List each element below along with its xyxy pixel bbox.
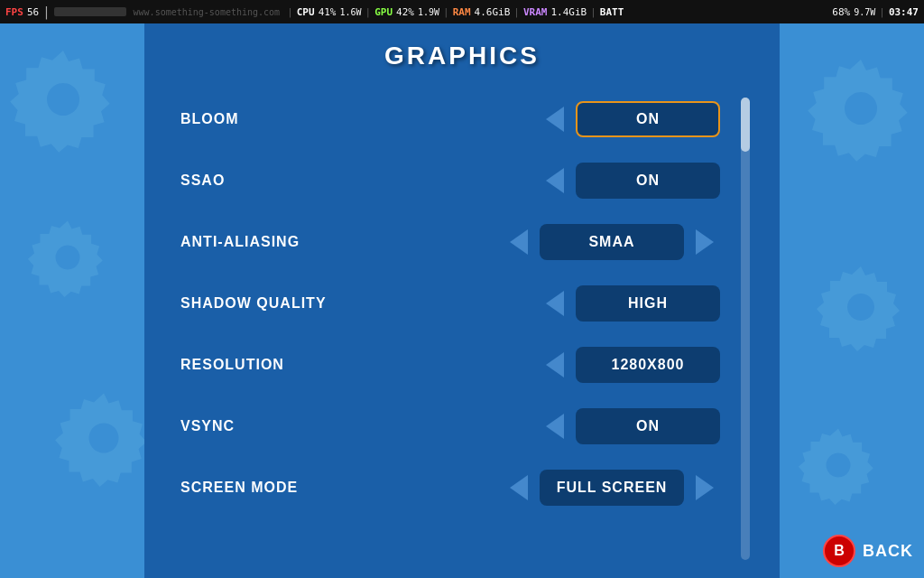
setting-row: ANTI-ALIASINGSMAA — [171, 211, 729, 273]
vram-value: 1.4GiB — [550, 6, 587, 18]
left-arrow-icon — [546, 291, 564, 316]
setting-control-3: HIGH — [540, 285, 720, 322]
setting-value-5: ON — [576, 408, 720, 444]
gear-decoration — [27, 217, 108, 298]
left-arrow-icon — [546, 352, 564, 378]
gpu-watts: 1.9W — [418, 7, 439, 17]
left-arrow-icon — [510, 475, 528, 500]
setting-label-1: SSAO — [180, 172, 522, 189]
setting-value-1: ON — [576, 163, 720, 199]
cpu-pct: 41% — [319, 6, 337, 18]
setting-value-3: HIGH — [576, 285, 720, 322]
left-arrow-icon — [546, 414, 564, 439]
gpu-label: GPU — [374, 6, 393, 18]
cpu-watts: 1.6W — [340, 7, 362, 17]
back-button-icon-label: B — [834, 543, 845, 559]
setting-label-2: ANTI-ALIASING — [180, 234, 485, 250]
scrollbar-track[interactable] — [741, 98, 750, 560]
setting-right-arrow-2[interactable] — [689, 227, 720, 257]
fps-label: FPS — [5, 6, 23, 18]
setting-row: BLOOMON — [171, 89, 729, 150]
back-button-label: BACK — [863, 542, 913, 561]
batt-label: BATT — [600, 6, 624, 18]
vram-label: VRAM — [523, 6, 548, 18]
setting-control-2: SMAA — [504, 224, 720, 260]
settings-area: BLOOMONSSAOONANTI-ALIASINGSMAASHADOW QUA… — [144, 79, 780, 578]
settings-list: BLOOMONSSAOONANTI-ALIASINGSMAASHADOW QUA… — [171, 89, 729, 569]
scrollbar[interactable] — [738, 89, 753, 569]
setting-control-1: ON — [540, 163, 720, 199]
system-time: 03:47 — [889, 6, 919, 18]
setting-value-0: ON — [576, 101, 720, 137]
main-panel: GRAPHICS BLOOMONSSAOONANTI-ALIASINGSMAAS… — [144, 23, 780, 578]
setting-label-4: RESOLUTION — [180, 357, 522, 373]
setting-row: VSYNCON — [171, 396, 729, 457]
back-button[interactable]: B BACK — [823, 535, 913, 567]
gear-decoration — [807, 54, 915, 163]
left-arrow-icon — [546, 168, 564, 193]
setting-label-5: VSYNC — [180, 418, 522, 434]
setting-right-arrow-6[interactable] — [689, 472, 720, 503]
gear-decoration — [816, 262, 906, 352]
setting-label-0: BLOOM — [180, 111, 522, 127]
setting-left-arrow-1[interactable] — [540, 165, 570, 196]
scrollbar-thumb[interactable] — [741, 98, 750, 152]
right-arrow-icon — [696, 229, 714, 255]
batt-watts: 9.7W — [854, 7, 875, 17]
setting-control-0: ON — [540, 101, 720, 137]
setting-label-3: SHADOW QUALITY — [180, 295, 522, 312]
setting-value-6: FULL SCREEN — [540, 470, 684, 506]
hud-bar: FPS 56 | www.something-something.com | C… — [0, 0, 924, 23]
gear-decoration — [9, 45, 117, 154]
page-title: GRAPHICS — [384, 42, 540, 70]
batt-pct: 68% — [832, 6, 850, 18]
ram-value: 4.6GiB — [475, 6, 511, 18]
ram-label: RAM — [453, 6, 471, 18]
setting-left-arrow-2[interactable] — [504, 227, 534, 257]
fps-value: 56 — [27, 6, 39, 18]
setting-left-arrow-5[interactable] — [540, 411, 570, 442]
right-arrow-icon — [696, 475, 714, 500]
left-arrow-icon — [510, 229, 528, 255]
setting-left-arrow-3[interactable] — [540, 288, 570, 319]
setting-control-6: FULL SCREEN — [504, 470, 720, 506]
gear-decoration — [798, 424, 879, 506]
cpu-label: CPU — [297, 6, 315, 18]
setting-label-6: SCREEN MODE — [180, 480, 485, 496]
fps-graph — [54, 7, 126, 16]
setting-row: RESOLUTION1280X800 — [171, 334, 729, 396]
back-button-icon: B — [823, 535, 855, 567]
setting-control-4: 1280X800 — [540, 347, 720, 383]
setting-left-arrow-0[interactable] — [540, 104, 570, 135]
gpu-pct: 42% — [396, 6, 414, 18]
setting-row: SHADOW QUALITYHIGH — [171, 273, 729, 334]
setting-value-4: 1280X800 — [576, 347, 720, 383]
gear-decoration — [54, 388, 153, 488]
setting-row: SCREEN MODEFULL SCREEN — [171, 457, 729, 518]
setting-left-arrow-4[interactable] — [540, 350, 570, 380]
setting-value-2: SMAA — [540, 224, 684, 260]
setting-row: SSAOON — [171, 150, 729, 211]
left-arrow-icon — [546, 107, 564, 132]
setting-control-5: ON — [540, 408, 720, 444]
setting-left-arrow-6[interactable] — [504, 472, 534, 503]
